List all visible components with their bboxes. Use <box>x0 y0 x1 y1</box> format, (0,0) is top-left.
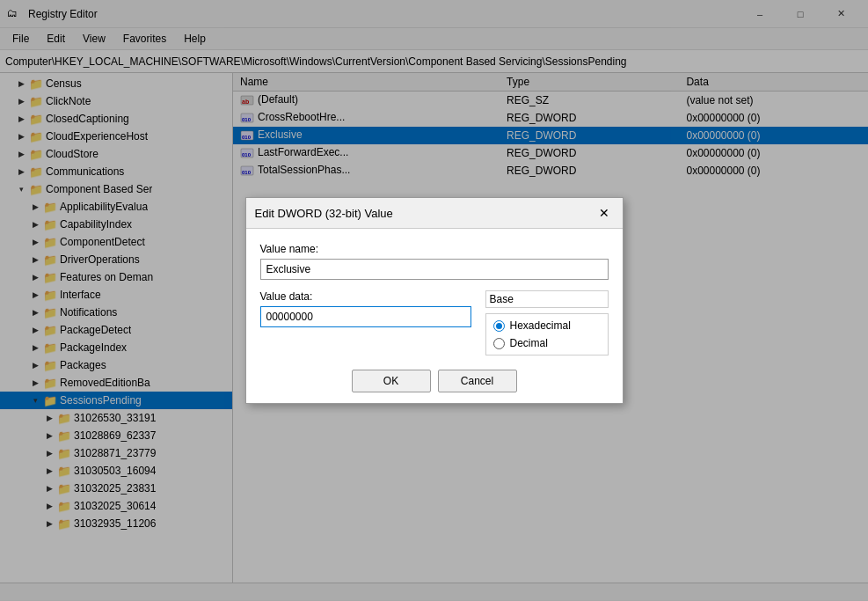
value-data-section: Value data: <box>260 290 471 355</box>
dialog-title: Edit DWORD (32-bit) Value <box>255 207 393 220</box>
value-data-input[interactable] <box>260 306 471 327</box>
base-section: Base Hexadecimal Decimal <box>485 290 609 355</box>
dialog-body: Value name: Value data: Base Hexadecimal <box>246 229 623 403</box>
base-radio-group: Hexadecimal Decimal <box>485 313 609 355</box>
decimal-radio-button[interactable] <box>493 338 505 349</box>
dialog-close-button[interactable]: ✕ <box>594 203 614 223</box>
value-name-label: Value name: <box>260 243 609 255</box>
base-label: Base <box>485 290 609 308</box>
hexadecimal-label: Hexadecimal <box>510 319 571 332</box>
dialog-buttons: OK Cancel <box>260 370 609 392</box>
dialog-title-bar: Edit DWORD (32-bit) Value ✕ <box>246 198 623 229</box>
cancel-button[interactable]: Cancel <box>438 370 517 392</box>
hexadecimal-radio-item[interactable]: Hexadecimal <box>493 319 601 332</box>
edit-dword-dialog: Edit DWORD (32-bit) Value ✕ Value name: … <box>245 197 624 404</box>
decimal-radio-item[interactable]: Decimal <box>493 337 601 349</box>
decimal-label: Decimal <box>510 337 548 349</box>
hexadecimal-radio-button[interactable] <box>493 320 505 332</box>
value-data-row: Value data: Base Hexadecimal Decimal <box>260 290 609 355</box>
ok-button[interactable]: OK <box>352 370 431 392</box>
value-name-input[interactable] <box>260 259 609 280</box>
modal-overlay: Edit DWORD (32-bit) Value ✕ Value name: … <box>0 0 868 601</box>
value-data-label: Value data: <box>260 290 471 303</box>
